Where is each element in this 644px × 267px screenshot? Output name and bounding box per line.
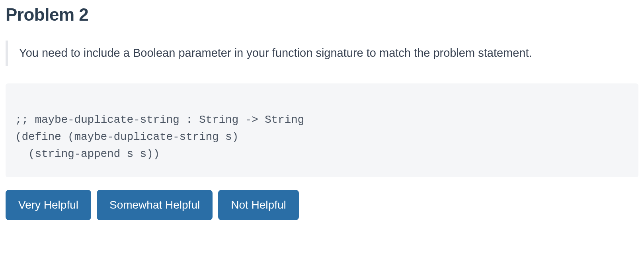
somewhat-helpful-button[interactable]: Somewhat Helpful	[97, 190, 213, 220]
feedback-text: You need to include a Boolean parameter …	[19, 44, 638, 62]
very-helpful-button[interactable]: Very Helpful	[6, 190, 91, 220]
code-text: ;; maybe-duplicate-string : String -> St…	[15, 111, 629, 163]
code-block: ;; maybe-duplicate-string : String -> St…	[6, 83, 638, 177]
rating-button-row: Very Helpful Somewhat Helpful Not Helpfu…	[6, 190, 638, 220]
not-helpful-button[interactable]: Not Helpful	[218, 190, 299, 220]
feedback-block: You need to include a Boolean parameter …	[6, 41, 638, 66]
problem-title: Problem 2	[6, 5, 638, 25]
